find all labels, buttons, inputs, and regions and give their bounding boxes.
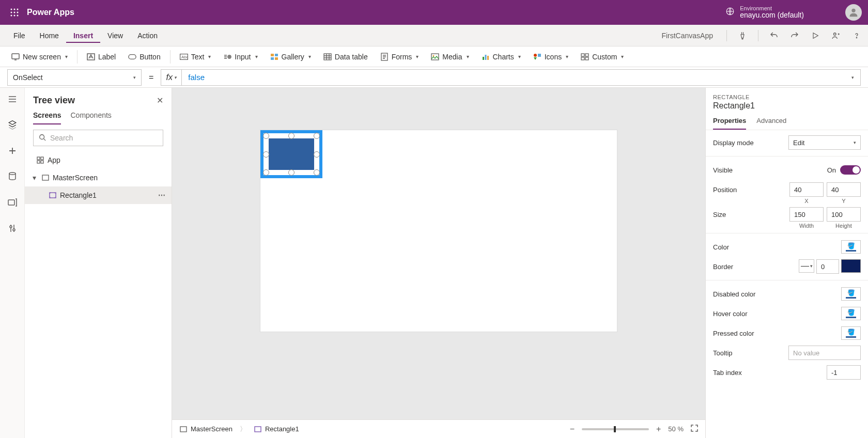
- design-canvas[interactable]: [260, 130, 617, 332]
- tree-view-title: Tree view: [33, 95, 75, 106]
- redo-icon[interactable]: [789, 30, 800, 41]
- gallery-menu[interactable]: Gallery▾: [265, 50, 316, 64]
- insert-icon[interactable]: [7, 146, 18, 156]
- property-selector[interactable]: OnSelect ▾: [7, 69, 142, 86]
- zoom-out-icon[interactable]: −: [570, 425, 575, 434]
- resize-handle[interactable]: [314, 169, 320, 176]
- new-screen-button[interactable]: New screen▾: [6, 50, 73, 64]
- tree-search-input[interactable]: Search: [33, 130, 163, 146]
- app-checker-icon[interactable]: [737, 30, 748, 41]
- share-icon[interactable]: [831, 30, 841, 41]
- formula-input[interactable]: false ▾: [181, 69, 861, 86]
- undo-icon[interactable]: [769, 30, 779, 41]
- svg-rect-20: [271, 54, 274, 56]
- svg-point-50: [49, 197, 50, 198]
- visible-toggle[interactable]: [840, 165, 861, 175]
- tab-components[interactable]: Components: [70, 111, 111, 124]
- fx-button[interactable]: fx▾: [161, 69, 181, 86]
- media-rail-icon[interactable]: [7, 197, 18, 208]
- more-icon[interactable]: ⋯: [158, 191, 166, 199]
- rectangle-fill: [269, 138, 314, 170]
- tree-node-app[interactable]: App: [25, 151, 172, 169]
- text-menu[interactable]: Abc Text▾: [175, 50, 216, 64]
- position-y-input[interactable]: 40: [827, 182, 861, 197]
- environment-label: Environment: [740, 5, 804, 11]
- charts-menu[interactable]: Charts▾: [476, 50, 526, 64]
- tooltip-input[interactable]: No value: [788, 346, 861, 360]
- play-icon[interactable]: [810, 30, 820, 41]
- fit-screen-icon[interactable]: [691, 425, 698, 433]
- menu-view[interactable]: View: [100, 28, 130, 43]
- zoom-slider[interactable]: [582, 428, 649, 430]
- resize-handle[interactable]: [263, 151, 269, 158]
- display-mode-select[interactable]: Edit▾: [788, 135, 861, 150]
- menu-insert[interactable]: Insert: [66, 28, 100, 43]
- tab-properties[interactable]: Properties: [713, 117, 746, 130]
- input-menu[interactable]: Input▾: [218, 50, 262, 64]
- tab-screens[interactable]: Screens: [33, 111, 61, 124]
- svg-point-48: [49, 192, 50, 193]
- disabled-color-picker[interactable]: 🪣: [841, 287, 861, 301]
- user-avatar[interactable]: [845, 4, 862, 21]
- breadcrumb-screen[interactable]: MasterScreen: [179, 425, 233, 433]
- custom-icon: [581, 53, 589, 61]
- app-launcher-icon[interactable]: [6, 4, 23, 21]
- resize-handle[interactable]: [314, 133, 320, 139]
- svg-text:Abc: Abc: [181, 55, 188, 59]
- chevron-down-icon: ▾: [133, 75, 136, 80]
- help-icon[interactable]: [851, 30, 862, 41]
- resize-handle[interactable]: [263, 133, 269, 139]
- tab-advanced[interactable]: Advanced: [756, 117, 786, 130]
- environment-picker[interactable]: Environment enayu.com (default): [725, 5, 804, 19]
- svg-rect-34: [585, 54, 588, 56]
- display-mode-label: Display mode: [713, 139, 754, 147]
- tabindex-input[interactable]: -1: [827, 365, 861, 380]
- hover-color-picker[interactable]: 🪣: [841, 307, 861, 320]
- button-button[interactable]: Button: [123, 50, 165, 64]
- width-input[interactable]: 150: [789, 207, 824, 222]
- menu-home[interactable]: Home: [33, 28, 66, 43]
- color-picker[interactable]: 🪣: [841, 240, 861, 254]
- resize-handle[interactable]: [288, 169, 295, 176]
- data-icon[interactable]: [7, 171, 18, 182]
- svg-rect-38: [8, 200, 14, 205]
- svg-rect-43: [41, 157, 43, 160]
- border-color-picker[interactable]: [841, 259, 861, 273]
- tree-view-panel: Tree view ✕ Screens Components Search Ap…: [25, 88, 172, 438]
- height-input[interactable]: 100: [827, 207, 861, 222]
- tree-node-screen[interactable]: ▾ MasterScreen: [25, 169, 172, 186]
- menu-file[interactable]: File: [6, 28, 33, 43]
- breadcrumb-rectangle[interactable]: Rectangle1: [254, 425, 299, 433]
- svg-rect-29: [485, 55, 486, 60]
- icons-menu[interactable]: Icons▾: [528, 50, 574, 64]
- position-label: Position: [713, 186, 737, 194]
- pressed-color-label: Pressed color: [713, 330, 754, 337]
- expand-formula-icon[interactable]: ▾: [851, 75, 854, 80]
- svg-point-7: [14, 15, 16, 17]
- position-x-input[interactable]: 40: [789, 182, 824, 197]
- selected-rectangle-shape[interactable]: [260, 130, 322, 178]
- zoom-in-icon[interactable]: +: [656, 425, 661, 434]
- resize-handle[interactable]: [314, 151, 320, 158]
- custom-menu[interactable]: Custom▾: [576, 50, 629, 64]
- close-icon[interactable]: ✕: [157, 96, 163, 105]
- svg-point-3: [11, 12, 12, 13]
- tree-view-icon[interactable]: [7, 120, 18, 130]
- data-table-button[interactable]: Data table: [318, 50, 373, 64]
- advanced-tools-icon[interactable]: [7, 223, 18, 233]
- label-button[interactable]: Label: [82, 50, 121, 64]
- tree-node-rectangle[interactable]: Rectangle1 ⋯: [25, 186, 172, 204]
- border-style-select[interactable]: ▾: [799, 259, 814, 273]
- border-width-input[interactable]: 0: [816, 259, 839, 274]
- hamburger-icon[interactable]: [7, 94, 18, 104]
- forms-menu[interactable]: Forms▾: [375, 50, 424, 64]
- size-label: Size: [713, 211, 726, 218]
- svg-point-5: [17, 12, 19, 13]
- media-menu[interactable]: Media▾: [426, 50, 474, 64]
- menu-action[interactable]: Action: [130, 28, 165, 43]
- chevron-down-icon[interactable]: ▾: [30, 174, 38, 182]
- pressed-color-picker[interactable]: 🪣: [841, 326, 861, 340]
- svg-point-40: [13, 229, 15, 231]
- resize-handle[interactable]: [288, 133, 295, 139]
- resize-handle[interactable]: [263, 169, 269, 176]
